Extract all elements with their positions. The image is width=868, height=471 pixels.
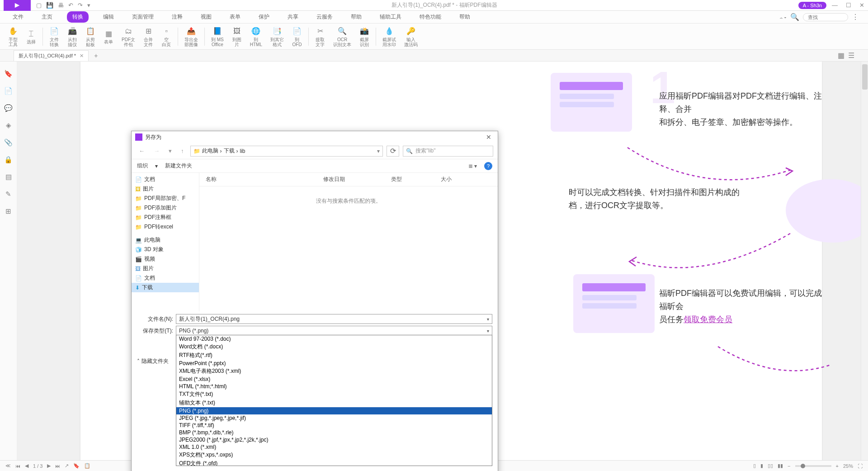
first-page-icon[interactable]: ⏮ [15,463,20,469]
zoom-slider[interactable] [795,465,831,467]
tool-pdffile[interactable]: 🗂PDF文 件包 [118,25,139,48]
search-input[interactable] [803,13,848,21]
page-indicator[interactable]: 1 / 3 [33,463,42,469]
menu-convert[interactable]: 转换 [67,11,89,23]
nav-up-icon[interactable]: ↑ [178,146,187,156]
col-name[interactable]: 名称 [206,176,323,183]
layers-icon[interactable]: ◈ [6,121,11,129]
zoom-out-icon[interactable]: − [788,463,790,469]
menu-assist[interactable]: 辅助工具 [376,11,405,23]
goto-icon[interactable]: ↗ [65,463,69,469]
menu-home[interactable]: 主页 [38,11,56,23]
tool-exportall[interactable]: 📤导出全 部图像 [181,25,202,48]
savetype-option[interactable]: Word文档 (*.docx) [176,343,492,351]
clipboard-status-icon[interactable]: 📋 [84,463,90,469]
menu-file[interactable]: 文件 [9,11,27,23]
tool-screenshot[interactable]: 📸截屏 识别 [356,25,373,48]
path-breadcrumb[interactable]: 📁 此电脑 › 下载 › lib ▾ [190,146,383,157]
refresh-icon[interactable]: ⟳ [387,146,399,157]
vertical-scrollbar[interactable] [861,62,868,460]
security-icon[interactable]: 🔒 [4,156,13,164]
tab-close-icon[interactable]: ✕ [80,53,84,59]
list-view-icon[interactable]: ☰ [848,51,854,60]
more-icon[interactable]: ▾ [87,2,90,9]
file-list[interactable]: 名称 修改日期 类型 大小 没有与搜索条件匹配的项。 [199,173,498,311]
grid-view-icon[interactable]: ▦ [838,51,844,60]
tool-toimg[interactable]: 🖼到图 片 [228,25,245,48]
tree-pics2[interactable]: 🖼图片 [132,264,199,273]
savetype-option[interactable]: JPEG2000 (*.jpf,*.jpx,*.jp2,*.j2k,*.jpc) [176,436,492,443]
savetype-dropdown[interactable]: Word 97-2003 (*.doc)Word文档 (*.docx)RTF格式… [176,335,492,466]
help-icon[interactable]: ? [484,162,492,170]
dialog-search[interactable]: 🔍 搜索"lib" [403,146,493,157]
comments-icon[interactable]: 💬 [4,104,13,112]
col-size[interactable]: 大小 [441,176,477,183]
tree-pdf-addimg[interactable]: 📁PDF添加图片 [132,203,199,213]
menu-edit[interactable]: 编辑 [99,11,118,23]
tree-video[interactable]: 🎬视频 [132,254,199,264]
fullscreen-icon[interactable]: ⛶ [858,463,863,469]
minimize-icon[interactable]: — [832,2,838,9]
close-icon[interactable]: ✕ [859,2,864,9]
hide-folders-toggle[interactable]: ˄ 隐藏文件夹 [137,357,169,365]
nav-fwd-icon[interactable]: → [151,146,162,156]
tool-select[interactable]: ⌶选择 [23,28,40,45]
savetype-option[interactable]: OFD文件 (*.ofd) [176,459,492,466]
collapse-ribbon-icon[interactable]: ⫠▾ [779,14,787,20]
redo-icon[interactable]: ↷ [78,2,83,9]
savetype-option[interactable]: PowerPoint (*.pptx) [176,360,492,367]
tree-thispc[interactable]: 💻此电脑 [132,235,199,245]
savetype-option[interactable]: Excel (*.xlsx) [176,376,492,383]
tool-activate[interactable]: 🔑输入 激活码 [401,25,421,48]
nav-dropdown-icon[interactable]: ▾ [166,146,175,156]
two-continuous-icon[interactable]: ▮▮ [778,463,783,469]
nav-back-icon[interactable]: ← [136,146,147,156]
next-page-icon[interactable]: ▶ [47,463,51,469]
tree-pics[interactable]: 🖼图片 [132,184,199,194]
caret-icon[interactable]: ▾ [487,328,489,333]
caret-icon[interactable]: ▾ [487,317,489,322]
col-type[interactable]: 类型 [391,176,441,183]
savetype-option[interactable]: JPEG (*.jpg,*.jpeg,*.jpe,*.jif) [176,414,492,422]
tree-docs2[interactable]: 📄文档 [132,273,199,283]
savetype-option[interactable]: XPS文档(*.xps,*.oxps) [176,451,492,459]
savetype-option[interactable]: BMP (*.bmp,*.dib,*.rle) [176,429,492,436]
free-member-link[interactable]: 领取免费会员 [684,315,732,324]
menu-cloud[interactable]: 云服务 [313,11,336,23]
menu-help[interactable]: 帮助 [347,11,365,23]
savetype-option[interactable]: PNG (*.png) [176,407,492,414]
tool-screentrans[interactable]: 💧截屏试 用水印 [379,25,400,48]
menu-pages[interactable]: 页面管理 [128,11,157,23]
menu-form[interactable]: 表单 [226,11,244,23]
folder-tree[interactable]: 📄文档 🖼图片 📁PDF局部加密、F 📁PDF添加图片 📁PDF注释框 📁PDF… [132,173,199,311]
tree-pdf-partial[interactable]: 📁PDF局部加密、F [132,194,199,203]
zoom-value[interactable]: 25% [843,463,853,469]
tool-merge[interactable]: ⊞合并 文件 [140,25,157,48]
tool-toofd[interactable]: 📄到 OFD [288,25,306,48]
user-badge[interactable]: A - Sh3n [798,2,826,9]
more-rail-icon[interactable]: ⊞ [5,207,11,215]
savetype-option[interactable]: TXT文件(*.txt) [176,390,492,399]
menu-view[interactable]: 视图 [197,11,215,23]
tool-blank[interactable]: ▫空 白页 [158,25,175,48]
filename-input[interactable]: 新人引导(1)_OCR(4).png ▾ [176,314,492,324]
tool-tohtml[interactable]: 🌐到 HTML [246,25,266,48]
pages-icon[interactable]: 📄 [4,87,13,95]
prev-page-icon[interactable]: ◀ [25,463,28,469]
collapse-icon[interactable]: ≪ [5,463,11,469]
savetype-option[interactable]: HTML (*.htm;*.html) [176,383,492,390]
menu-help2[interactable]: 帮助 [456,11,474,23]
view-options-icon[interactable]: ≣ ▾ [468,163,477,169]
tool-msoffice[interactable]: 📘到 MS Office [208,25,227,48]
tool-convert[interactable]: 📄文件 转换 [46,25,63,48]
savetype-option[interactable]: TIFF (*.tiff,*.tif) [176,422,492,429]
dialog-titlebar[interactable]: 另存为 ✕ [132,131,498,143]
menu-share[interactable]: 共享 [284,11,302,23]
menu-comment[interactable]: 注释 [168,11,186,23]
open-icon[interactable]: ▢ [36,2,42,9]
print-icon[interactable]: 🖶 [58,2,64,9]
tree-pdf-comment[interactable]: 📁PDF注释框 [132,213,199,222]
bookmark-status-icon[interactable]: 🔖 [73,463,80,469]
fields-icon[interactable]: ▤ [5,173,12,181]
tool-extract[interactable]: ✂提取 文字 [311,25,329,48]
